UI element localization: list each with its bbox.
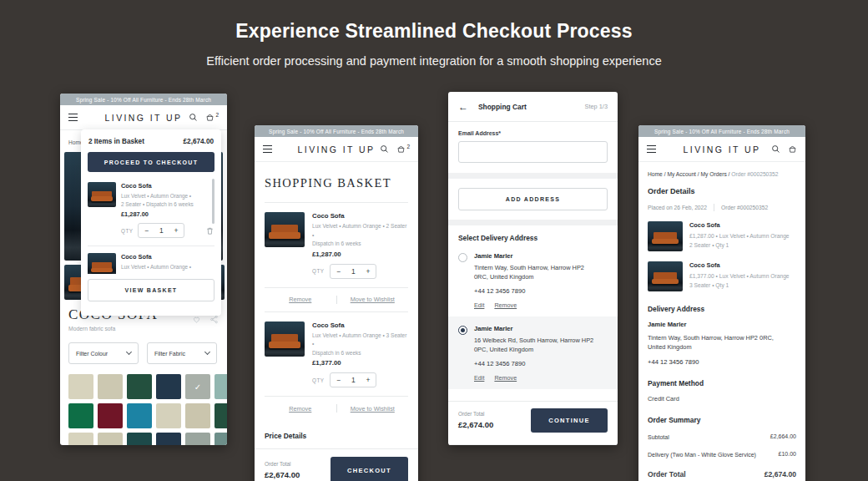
trash-icon[interactable]: [205, 226, 214, 235]
move-to-wishlist-link[interactable]: Move to Wishlist: [337, 405, 409, 413]
filter-fabric-select[interactable]: Filter Fabric: [147, 342, 217, 364]
qty-minus-button[interactable]: −: [336, 267, 341, 276]
item-thumbnail: [648, 261, 683, 291]
app-header: LIVING IT UP 2: [255, 137, 418, 162]
breadcrumb[interactable]: Home / My Account / My Orders / Order #0…: [648, 171, 796, 177]
colour-swatch[interactable]: ✓: [185, 374, 210, 399]
email-input[interactable]: [458, 141, 608, 163]
radio-unselected-icon[interactable]: [458, 253, 467, 262]
order-item: Coco Sofa £1,377.00 • Lux Velvet • Autum…: [648, 261, 796, 291]
scrollbar[interactable]: [212, 179, 214, 224]
cart-count-badge: 2: [406, 144, 410, 149]
colour-swatch[interactable]: [127, 403, 152, 428]
bottom-strip: [448, 444, 618, 445]
step-indicator: Step 1/3: [584, 103, 608, 110]
colour-swatch[interactable]: [98, 403, 123, 428]
item-name: Coco Sofa: [689, 261, 790, 269]
order-summary-heading: Order Summary: [648, 416, 796, 424]
cart-count-badge: 2: [215, 112, 219, 118]
qty-minus-button[interactable]: −: [144, 226, 149, 235]
add-address-button[interactable]: ADD ADDRESS: [458, 188, 608, 210]
share-icon[interactable]: [209, 315, 219, 324]
menu-icon[interactable]: [263, 145, 272, 154]
quantity-stepper: − 1 +: [330, 372, 376, 387]
item-name: Coco Sofa: [689, 221, 790, 229]
colour-swatch[interactable]: [98, 433, 123, 445]
checkout-button[interactable]: CHECKOUT: [331, 457, 408, 481]
edit-link[interactable]: Edit: [474, 301, 484, 309]
colour-swatch[interactable]: [68, 403, 93, 428]
basket-popup: 2 Items in Basket £2,674.00 PROCEED TO C…: [81, 129, 221, 316]
promo-banner: Spring Sale - 10% Off All Furniture - En…: [638, 125, 805, 137]
menu-icon[interactable]: [68, 114, 78, 122]
remove-link[interactable]: Remove: [265, 296, 336, 303]
delivery-address-heading: Delivery Address: [648, 305, 796, 313]
colour-swatch[interactable]: [214, 403, 227, 428]
back-arrow-icon[interactable]: ←: [458, 101, 468, 113]
address-name: Jamie Marler: [474, 325, 599, 332]
screen-product-page: Spring Sale - 10% Off All Furniture - En…: [60, 94, 227, 445]
colour-swatch[interactable]: [127, 374, 152, 399]
edit-link[interactable]: Edit: [474, 374, 484, 382]
qty-plus-button[interactable]: +: [174, 226, 178, 235]
colour-swatch[interactable]: [214, 374, 227, 399]
check-icon: ✓: [185, 374, 210, 399]
address-option[interactable]: Jamie Marler Tintern Way, South Harrow, …: [448, 244, 618, 316]
cart-icon[interactable]: [788, 144, 797, 154]
colour-swatch[interactable]: [156, 374, 181, 399]
colour-swatch[interactable]: [185, 433, 210, 445]
colour-swatch[interactable]: [156, 403, 181, 428]
menu-icon[interactable]: [647, 145, 656, 154]
wishlist-heart-icon[interactable]: [192, 315, 201, 324]
item-desc: £1,377.00 • Lux Velvet • Autumn Orange: [689, 273, 790, 279]
address-option-selected[interactable]: Jamie Marler 16 Welbeck Rd, South Harrow…: [448, 316, 618, 389]
order-placed-date: Placed on 26 Feb, 2022: [648, 205, 707, 210]
summary-row: Delivery (Two Man - White Glove Service)…: [648, 451, 796, 460]
colour-swatch[interactable]: [214, 433, 227, 445]
delivery-name: Jamie Marler: [648, 321, 796, 328]
item-thumbnail: [88, 182, 116, 207]
breadcrumb-links[interactable]: Home / My Account / My Orders /: [648, 171, 731, 177]
qty-label: QTY: [312, 377, 324, 383]
colour-swatch[interactable]: [127, 433, 152, 445]
address-phone: +44 12 3456 7890: [474, 287, 599, 295]
item-desc: 3 Seater • Qty 1: [689, 282, 729, 288]
app-header: LIVING IT UP: [638, 137, 805, 162]
remove-link[interactable]: Remove: [494, 374, 517, 382]
proceed-to-checkout-button[interactable]: PROCEED TO CHECKOUT: [88, 152, 214, 172]
colour-swatch[interactable]: [68, 374, 93, 399]
colour-swatch[interactable]: [98, 374, 123, 399]
qty-plus-button[interactable]: +: [366, 376, 370, 384]
colour-swatch[interactable]: [156, 433, 181, 445]
cart-icon[interactable]: 2: [205, 113, 219, 122]
qty-minus-button[interactable]: −: [336, 376, 341, 384]
summary-value: £10.00: [779, 451, 796, 460]
summary-total-row: Order Total £2,674.00: [648, 470, 796, 478]
search-icon[interactable]: [189, 113, 198, 122]
item-thumbnail: [265, 212, 305, 247]
remove-link[interactable]: Remove: [265, 405, 336, 413]
remove-link[interactable]: Remove: [494, 301, 517, 309]
view-basket-button[interactable]: VIEW BASKET: [88, 279, 214, 301]
product-subtitle: Modern fabric sofa: [68, 326, 158, 332]
qty-value: 1: [351, 267, 356, 276]
cart-icon[interactable]: 2: [396, 144, 410, 154]
continue-button[interactable]: CONTINUE: [531, 408, 608, 433]
qty-plus-button[interactable]: +: [366, 267, 370, 276]
basket-item: Coco Sofa Lux Velvet • Autumn Orange • 2…: [88, 175, 214, 238]
radio-selected-icon[interactable]: [458, 326, 467, 335]
item-desc: 2 Seater • Qty 1: [689, 242, 729, 248]
screen-order-details: Spring Sale - 10% Off All Furniture - En…: [638, 125, 805, 481]
search-icon[interactable]: [380, 144, 389, 154]
item-desc: Lux Velvet • Autumn Orange •: [121, 264, 191, 270]
colour-swatch[interactable]: [68, 433, 93, 445]
colour-swatch[interactable]: [185, 403, 210, 428]
move-to-wishlist-link[interactable]: Move to Wishlist: [337, 296, 409, 303]
search-icon[interactable]: [771, 144, 780, 154]
item-name: Coco Sofa: [312, 322, 408, 329]
total-label: Order Total: [648, 470, 686, 478]
qty-label: QTY: [121, 228, 133, 234]
checkout-footer: Order Total £2,674.00 CONTINUE: [448, 401, 618, 439]
filter-colour-select[interactable]: Filter Colour: [68, 342, 139, 364]
qty-value: 1: [159, 226, 164, 235]
